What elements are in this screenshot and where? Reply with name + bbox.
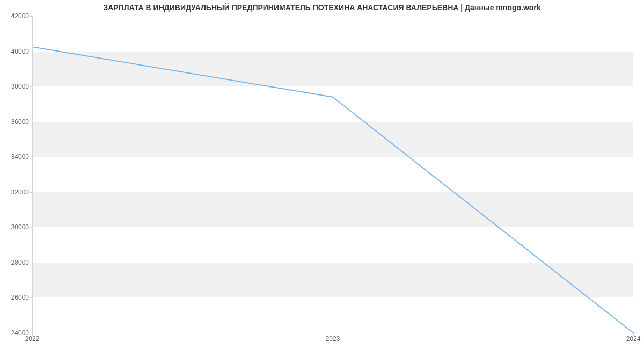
y-tick-label: 26000	[0, 294, 29, 301]
y-tick-label: 32000	[0, 188, 29, 196]
y-axis-line	[32, 16, 33, 333]
y-tick-label: 28000	[0, 259, 29, 266]
y-tick-mark	[30, 227, 32, 228]
y-tick-mark	[30, 52, 32, 52]
y-tick-mark	[30, 297, 32, 298]
y-tick-mark	[30, 263, 32, 263]
x-tick-label: 2024	[626, 335, 641, 343]
y-tick-label: 36000	[0, 118, 29, 126]
y-tick-label: 30000	[0, 223, 29, 231]
chart-title: ЗАРПЛАТА В ИНДИВИДУАЛЬНЫЙ ПРЕДПРИНИМАТЕЛ…	[0, 3, 644, 12]
x-tick-label: 2023	[326, 335, 340, 343]
y-tick-mark	[30, 86, 32, 87]
y-tick-mark	[30, 16, 32, 17]
y-tick-label: 40000	[0, 48, 29, 55]
y-tick-mark	[30, 192, 32, 193]
y-tick-label: 34000	[0, 153, 29, 161]
line-series	[32, 16, 633, 333]
y-tick-mark	[30, 122, 32, 122]
y-tick-label: 42000	[0, 12, 29, 20]
x-tick-label: 2022	[25, 335, 40, 343]
y-tick-mark	[30, 157, 32, 157]
y-tick-label: 38000	[0, 83, 29, 90]
plot-area: 2400026000280003000032000340003600038000…	[32, 16, 633, 333]
chart-container: ЗАРПЛАТА В ИНДИВИДУАЛЬНЫЙ ПРЕДПРИНИМАТЕЛ…	[0, 0, 644, 349]
